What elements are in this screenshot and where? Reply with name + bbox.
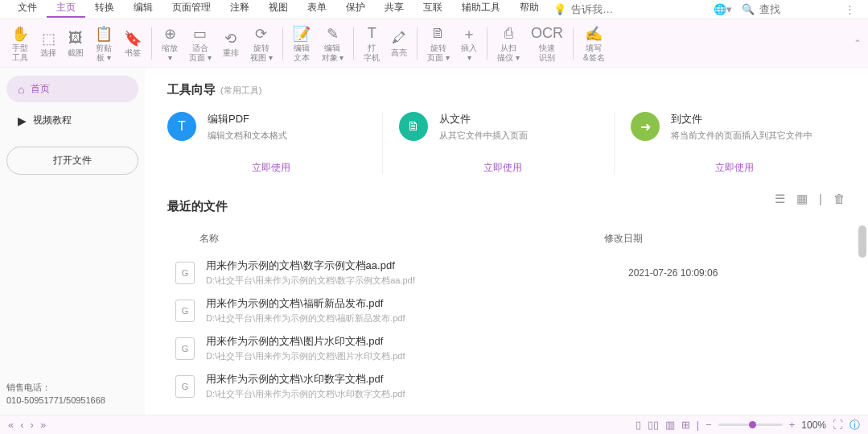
trash-icon[interactable]: 🗑 — [833, 192, 845, 206]
menu-item[interactable]: 转换 — [85, 1, 124, 18]
file-row[interactable]: G用来作为示例的文档\图片水印文档.pdfD:\社交平台\用来作为示例的文档\图… — [167, 329, 845, 367]
menu-item[interactable]: 表单 — [298, 1, 336, 18]
use-now-link[interactable]: 立即使用 — [399, 161, 606, 175]
file-name: 用来作为示例的文档\福昕新品发布.pdf — [206, 296, 628, 311]
file-row[interactable]: G用来作为示例的文档\数字示例文档aa.pdfD:\社交平台\用来作为示例的文档… — [167, 254, 845, 291]
zoom-out-icon[interactable]: − — [706, 419, 712, 431]
ribbon-button[interactable]: ✎编辑 对象 ▾ — [317, 23, 349, 64]
menu-item[interactable]: 保护 — [336, 1, 375, 18]
ribbon-button[interactable]: ⬚选择 — [35, 27, 61, 60]
sidebar-item-home[interactable]: ⌂ 首页 — [6, 76, 138, 102]
card-desc: 编辑文档和文本格式 — [208, 130, 287, 142]
grid-view-icon[interactable]: ▦ — [796, 192, 808, 206]
ribbon-button[interactable]: 🔖书签 — [119, 27, 146, 60]
use-now-link[interactable]: 立即使用 — [631, 161, 837, 175]
file-row[interactable]: G用来作为示例的文档\福昕新品发布.pdfD:\社交平台\用来作为示例的文档\福… — [167, 291, 845, 329]
ribbon-label: 旋转 视图 ▾ — [250, 43, 273, 63]
ribbon-button[interactable]: ⊕缩放 ▾ — [157, 23, 183, 64]
ribbon-button[interactable]: 🖍高亮 — [386, 27, 412, 60]
menu-item[interactable]: 辅助工具 — [452, 1, 510, 18]
menu-item[interactable]: 主页 — [47, 1, 85, 18]
sidebar-label: 首页 — [31, 82, 50, 96]
menu-item[interactable]: 视图 — [259, 1, 298, 18]
separator — [573, 27, 574, 60]
nav-last-icon[interactable]: » — [40, 419, 46, 431]
ribbon-button[interactable]: ＋插入 ▾ — [456, 23, 482, 64]
ribbon-collapse-icon[interactable]: ⌃ — [854, 38, 862, 49]
ribbon-label: 从扫 描仪 ▾ — [497, 43, 520, 63]
tell-me-input[interactable] — [571, 3, 652, 15]
nav-prev-icon[interactable]: ‹ — [20, 419, 23, 431]
menu-item[interactable]: 帮助 — [510, 1, 549, 18]
ribbon-button[interactable]: 📋剪贴 板 ▾ — [90, 23, 117, 64]
menu-item[interactable]: 页面管理 — [162, 1, 220, 18]
help-icon[interactable]: ⓘ — [849, 418, 860, 432]
ribbon-button[interactable]: ▭适合 页面 ▾ — [184, 23, 216, 64]
wizard-card: T编辑PDF编辑文档和文本格式立即使用 — [167, 112, 383, 175]
file-icon: G — [175, 262, 195, 284]
nav-first-icon[interactable]: « — [8, 419, 14, 431]
menu-bar: 文件主页转换编辑页面管理注释视图表单保护共享互联辅助工具帮助 💡 🌐▾ 🔍 ⋮ — [0, 0, 868, 19]
layout-icon[interactable]: ▥ — [665, 419, 675, 431]
ribbon-label: 填写 &签名 — [583, 43, 605, 63]
ribbon-icon: ＋ — [462, 24, 476, 43]
zoom-value: 100% — [801, 420, 826, 431]
open-file-button[interactable]: 打开文件 — [6, 147, 138, 175]
ribbon-button[interactable]: 🗎旋转 页面 ▾ — [422, 23, 455, 64]
file-name: 用来作为示例的文档\水印数字文档.pdf — [206, 372, 628, 386]
ribbon-button[interactable]: ⟳旋转 视图 ▾ — [245, 23, 278, 64]
ribbon-icon: ⊕ — [164, 24, 176, 43]
list-view-icon[interactable]: ☰ — [775, 192, 785, 206]
separator — [151, 27, 152, 60]
use-now-link[interactable]: 立即使用 — [167, 161, 374, 175]
zoom-slider[interactable] — [718, 424, 783, 426]
ribbon-icon: ⟳ — [255, 24, 267, 43]
ribbon-button[interactable]: ✋手型 工具 — [6, 23, 34, 64]
ribbon-icon: ✎ — [327, 24, 339, 43]
recent-title: 最近的文件 — [167, 199, 845, 214]
file-date: 2021-07-26 10:09:06 — [628, 267, 837, 279]
search-icon: 🔍 — [742, 3, 755, 15]
lang-icon[interactable]: 🌐▾ — [714, 3, 732, 15]
ribbon-button[interactable]: T打 字机 — [359, 23, 385, 64]
separator — [353, 27, 354, 60]
file-list: G用来作为示例的文档\数字示例文档aa.pdfD:\社交平台\用来作为示例的文档… — [167, 254, 845, 405]
ribbon-button[interactable]: 🖼截图 — [63, 27, 88, 60]
menu-item[interactable]: 文件 — [8, 1, 47, 18]
ribbon-icon: ✍ — [585, 24, 603, 43]
separator — [417, 27, 418, 60]
file-icon: G — [175, 375, 195, 398]
ribbon-button[interactable]: ⎙从扫 描仪 ▾ — [492, 23, 525, 64]
menu-item[interactable]: 互联 — [413, 1, 452, 18]
ribbon-button[interactable]: ✍填写 &签名 — [578, 23, 610, 64]
fullscreen-icon[interactable]: ⛶ — [833, 419, 843, 431]
search-input[interactable] — [759, 3, 840, 15]
file-icon: G — [175, 300, 195, 322]
menu-item[interactable]: 共享 — [375, 1, 413, 18]
layout-icon[interactable]: ▯ — [636, 419, 641, 431]
nav-next-icon[interactable]: › — [31, 419, 34, 431]
sidebar: ⌂ 首页 ▶ 视频教程 打开文件 销售电话： 010-50951771/5095… — [0, 68, 145, 415]
ribbon-icon: ▭ — [193, 24, 207, 43]
card-title: 到文件 — [671, 112, 812, 126]
app-menu-icon[interactable]: ⋮ — [845, 3, 855, 15]
zoom-in-icon[interactable]: + — [789, 419, 796, 431]
menu-item[interactable]: 注释 — [220, 1, 259, 18]
ribbon-button[interactable]: 📝编辑 文本 — [288, 23, 315, 64]
layout-icon[interactable]: ▯▯ — [648, 419, 659, 431]
layout-icon[interactable]: ⊞ — [681, 419, 690, 431]
ribbon-label: 编辑 对象 ▾ — [322, 43, 344, 63]
list-header: 名称 修改日期 — [167, 227, 845, 250]
separator — [282, 27, 283, 60]
ribbon-icon: 🖼 — [68, 29, 83, 48]
file-path: D:\社交平台\用来作为示例的文档\水印数字文档.pdf — [206, 388, 628, 400]
scrollbar-thumb[interactable] — [858, 225, 866, 258]
file-row[interactable]: G用来作为示例的文档\水印数字文档.pdfD:\社交平台\用来作为示例的文档\水… — [167, 367, 845, 405]
wizard-title: 工具向导(常用工具) — [167, 82, 845, 97]
ribbon-button[interactable]: ⟲重排 — [218, 27, 244, 60]
ribbon-label: 缩放 ▾ — [162, 43, 178, 63]
ribbon-button[interactable]: OCR快速 识别 — [526, 23, 568, 64]
wizard-card: 🗎从文件从其它文件中插入页面立即使用 — [399, 112, 615, 175]
menu-item[interactable]: 编辑 — [124, 1, 162, 18]
sidebar-item-video[interactable]: ▶ 视频教程 — [6, 107, 138, 134]
